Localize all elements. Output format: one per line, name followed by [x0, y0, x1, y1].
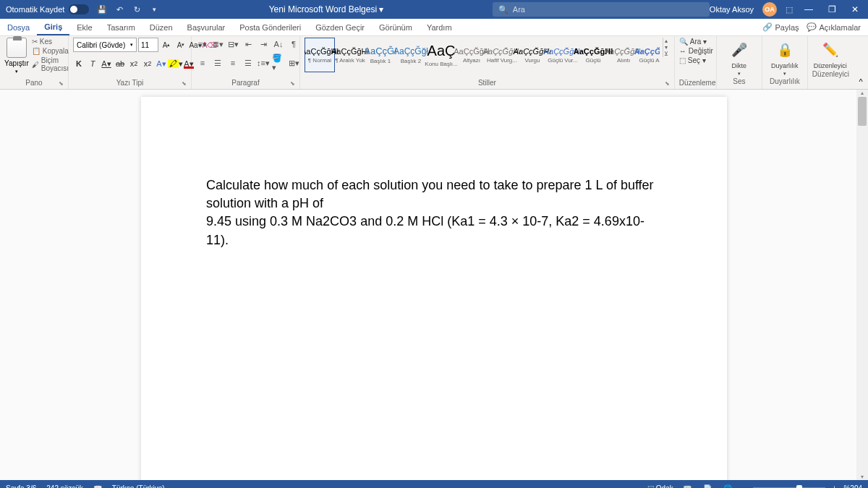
bullets-button[interactable]: ≡▾ [196, 38, 209, 51]
styles-launcher[interactable]: ⬊ [665, 80, 670, 87]
align-right-button[interactable]: ≡ [226, 56, 239, 69]
close-button[interactable]: ✕ [848, 4, 862, 14]
bold-button[interactable]: K [73, 57, 85, 70]
copy-button[interactable]: 📋Kopyala [32, 47, 69, 55]
autosave-toggle[interactable]: Otomatik Kaydet [6, 4, 89, 14]
ribbon-display-icon[interactable]: ⬚ [786, 5, 793, 14]
line-spacing-button[interactable]: ↕≡▾ [257, 56, 270, 69]
font-name-dropdown[interactable]: Calibri (Gövde)▾ [73, 38, 137, 52]
text-effects-button[interactable]: A▾ [156, 57, 167, 70]
spell-check-icon[interactable]: 📖 [93, 484, 102, 489]
minimize-button[interactable]: — [801, 4, 816, 14]
style-item-s-normal[interactable]: AaÇçĞğHł¶ Normal [305, 38, 335, 72]
share-icon: 🔗 [762, 22, 773, 32]
subscript-button[interactable]: x2 [128, 57, 140, 70]
select-button[interactable]: ⬚Seç ▾ [679, 56, 713, 64]
tab-layout[interactable]: Düzen [142, 19, 180, 35]
group-font: Calibri (Gövde)▾ 11 A▴ A▾ Aa▾ A⌫ K T A▾ … [69, 36, 192, 89]
format-painter-button[interactable]: 🖌Biçim Boyacısı [32, 56, 69, 72]
tab-references[interactable]: Başvurular [180, 19, 233, 35]
justify-button[interactable]: ☰ [242, 56, 255, 69]
grow-font-button[interactable]: A▴ [160, 38, 173, 52]
tab-review[interactable]: Gözden Geçir [308, 19, 372, 35]
style-item-s-emph[interactable]: AaÇçĞğHıVurgu [517, 38, 548, 72]
maximize-button[interactable]: ❐ [825, 4, 839, 14]
replace-button[interactable]: ↔Değiştir [679, 47, 713, 55]
numbering-button[interactable]: ≣▾ [211, 38, 224, 51]
vertical-scrollbar[interactable]: ▴ ▾ [856, 90, 868, 480]
zoom-level[interactable]: %204 [843, 484, 862, 489]
tab-home[interactable]: Giriş [37, 19, 69, 35]
read-mode-icon[interactable]: 📖 [681, 482, 694, 488]
borders-button[interactable]: ⊞▾ [287, 56, 300, 69]
undo-icon[interactable]: ↶ [114, 4, 125, 15]
collapse-ribbon-button[interactable]: ^ [854, 36, 868, 89]
highlight-button[interactable]: 🖍▾ [169, 57, 181, 70]
shrink-font-button[interactable]: A▾ [174, 38, 187, 52]
sort-button[interactable]: A↓ [272, 38, 285, 51]
scissors-icon: ✂ [32, 38, 38, 46]
align-center-button[interactable]: ☰ [211, 56, 224, 69]
style-item-s-intquote[interactable]: AaÇçĞğHıGüçlü Alıntı [639, 38, 660, 72]
multilevel-button[interactable]: ⊟▾ [226, 38, 239, 51]
superscript-button[interactable]: x2 [142, 57, 153, 70]
style-item-s-strong[interactable]: AaÇçĞğHłGüçlü [578, 38, 608, 72]
share-button[interactable]: 🔗 Paylaş [762, 22, 799, 32]
document-text[interactable]: Calculate how much of each solution you … [206, 176, 662, 249]
align-left-button[interactable]: ≡ [196, 56, 209, 69]
style-item-s-subtle[interactable]: AaÇçĞğHıHafif Vurg... [487, 38, 517, 72]
tab-file[interactable]: Dosya [0, 19, 37, 35]
style-item-s-h1[interactable]: AaÇçĞíBaşlık 1 [365, 38, 396, 72]
focus-mode-button[interactable]: ⬚ Odak [647, 484, 673, 489]
increase-indent-button[interactable]: ⇥ [257, 38, 270, 51]
tab-design[interactable]: Tasarım [100, 19, 142, 35]
comments-button[interactable]: 💬 Açıklamalar [807, 22, 861, 32]
group-editor: ✏️ Düzenleyici Düzenleyici [808, 36, 854, 89]
tab-insert[interactable]: Ekle [69, 19, 99, 35]
styles-up-arrow[interactable]: ▴ [663, 38, 670, 44]
toggle-switch-icon[interactable] [69, 4, 89, 14]
shading-button[interactable]: 🪣▾ [272, 56, 285, 69]
user-avatar[interactable]: OA [762, 2, 777, 17]
tab-view[interactable]: Görünüm [372, 19, 420, 35]
tab-help[interactable]: Yardım [420, 19, 459, 35]
document-area[interactable]: Calculate how much of each solution you … [0, 90, 868, 480]
italic-button[interactable]: T [87, 57, 98, 70]
clipboard-launcher[interactable]: ⬊ [59, 80, 64, 87]
word-count[interactable]: 242 sözcük [46, 484, 83, 489]
qat-dropdown-icon[interactable]: ▾ [148, 4, 160, 15]
paste-button[interactable]: Yapıştır ▾ [4, 38, 29, 74]
zoom-in-button[interactable]: + [833, 484, 837, 489]
page[interactable]: Calculate how much of each solution you … [141, 97, 727, 480]
redo-icon[interactable]: ↻ [131, 4, 142, 15]
decrease-indent-button[interactable]: ⇤ [242, 38, 255, 51]
styles-gallery[interactable]: AaÇçĞğHł¶ NormalAaÇçĞğHł¶ Aralık YokAaÇç… [305, 38, 660, 72]
search-box[interactable]: 🔍 Ara [493, 2, 710, 17]
scrollbar-thumb[interactable] [858, 97, 867, 126]
styles-down-arrow[interactable]: ▾ [663, 44, 670, 51]
cut-button[interactable]: ✂Kes [32, 38, 69, 46]
show-marks-button[interactable]: ¶ [287, 38, 300, 51]
copy-icon: 📋 [32, 47, 41, 55]
web-layout-icon[interactable]: 🌐 [721, 482, 734, 488]
language-indicator[interactable]: Türkçe (Türkiye) [112, 484, 165, 489]
page-indicator[interactable]: Sayfa 3/6 [6, 484, 36, 489]
paragraph-launcher[interactable]: ⬊ [290, 80, 295, 87]
font-size-dropdown[interactable]: 11 [138, 38, 158, 52]
sensitivity-button[interactable]: 🔒 Duyarlılık▾ [767, 38, 803, 77]
save-icon[interactable]: 💾 [96, 4, 108, 15]
style-item-s-h2[interactable]: AaÇçĞğłBaşlık 2 [396, 38, 426, 72]
print-layout-icon[interactable]: 📄 [701, 482, 714, 488]
font-launcher[interactable]: ⬊ [182, 80, 187, 87]
style-item-s-nospace[interactable]: AaÇçĞğHł¶ Aralık Yok [335, 38, 365, 72]
styles-more-arrow[interactable]: ⊻ [663, 51, 670, 57]
underline-button[interactable]: A▾ [101, 57, 112, 70]
strikethrough-button[interactable]: ab [114, 57, 126, 70]
editor-button[interactable]: ✏️ Düzenleyici [812, 38, 848, 69]
zoom-out-button[interactable]: − [741, 484, 746, 489]
style-item-s-subtitle[interactable]: AaÇçĞğHAltyazı [456, 38, 487, 72]
dictate-button[interactable]: 🎤 Dikte▾ [721, 38, 757, 77]
tab-mailings[interactable]: Posta Gönderileri [232, 19, 308, 35]
style-item-s-title[interactable]: AaÇKonu Başlı... [426, 38, 456, 72]
find-button[interactable]: 🔍Ara ▾ [679, 38, 713, 46]
